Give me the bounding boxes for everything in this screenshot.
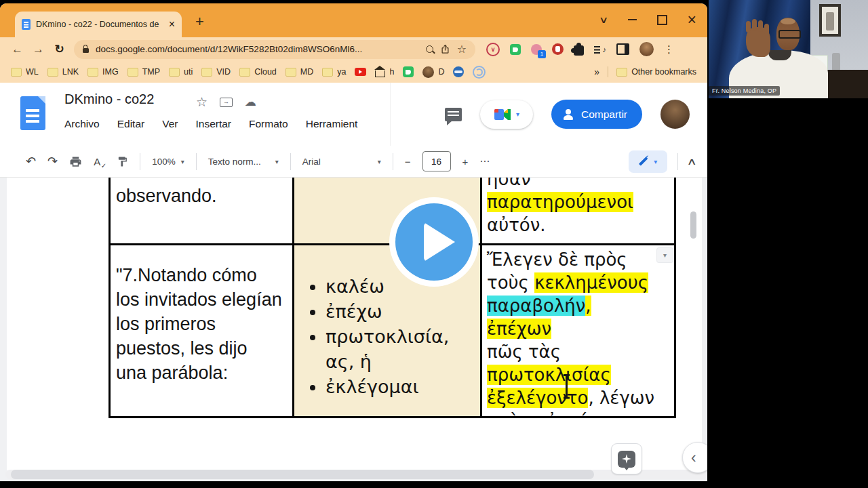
notifier-extension-icon[interactable]: 1: [531, 44, 542, 55]
document-table[interactable]: estabanobservando. ἦσανπαρατηρούμενοιαὐτ…: [108, 178, 676, 418]
spellcheck-icon[interactable]: A✓: [94, 156, 105, 167]
menu-ver[interactable]: Ver: [162, 118, 178, 130]
bookmark-item[interactable]: TMP: [127, 67, 160, 77]
paragraph-style-select[interactable]: Texto norm... ▾: [208, 157, 279, 167]
table-cell-greek[interactable]: ἦσανπαρατηρούμενοιαὐτόν.: [482, 178, 674, 243]
divider: [196, 153, 197, 170]
move-folder-icon[interactable]: →: [220, 98, 233, 107]
zoom-select[interactable]: 100% ▾: [152, 157, 184, 167]
webcam-feed: Fr. Nelson Medina, OP: [709, 0, 868, 98]
extensions-puzzle-icon[interactable]: [574, 45, 584, 56]
side-panel-icon[interactable]: [616, 43, 629, 55]
divider: [677, 153, 678, 170]
minimize-button[interactable]: [628, 19, 637, 20]
bookmark-item[interactable]: h: [375, 67, 394, 77]
bookmark-item[interactable]: [453, 66, 464, 77]
more-bookmarks-icon[interactable]: »: [594, 66, 599, 77]
redo-icon[interactable]: ↷: [47, 154, 58, 169]
docs-favicon: [22, 19, 31, 30]
folder-icon: [47, 68, 58, 77]
undo-icon[interactable]: ↶: [26, 154, 36, 169]
tab-close-icon[interactable]: ×: [169, 20, 175, 29]
other-bookmarks-button[interactable]: Other bookmarks: [616, 67, 696, 77]
bookmark-item[interactable]: MD: [285, 67, 313, 77]
comments-icon[interactable]: [445, 108, 462, 121]
presenter-hand: [746, 27, 770, 57]
toolbar-overflow-icon[interactable]: ⋯: [479, 155, 490, 167]
document-title[interactable]: DKmino - co22: [64, 92, 154, 107]
divider: [390, 83, 391, 146]
gemini-sparkle-button[interactable]: [611, 443, 642, 474]
bookmark-item[interactable]: [403, 66, 414, 77]
spiral-icon: [473, 66, 486, 79]
address-bar[interactable]: docs.google.com/document/d/12WikF5282Bt0…: [74, 40, 475, 59]
bookmark-item[interactable]: VID: [201, 67, 231, 77]
menu-insertar[interactable]: Insertar: [195, 118, 231, 130]
meet-button[interactable]: ▾: [480, 100, 533, 129]
folder-icon: [127, 68, 138, 77]
adblock-extension-icon[interactable]: [552, 43, 564, 55]
person-link-icon: [563, 109, 574, 119]
docs-logo[interactable]: [20, 96, 45, 130]
increase-font-icon[interactable]: +: [462, 156, 469, 167]
zoom-page-icon[interactable]: [426, 45, 433, 53]
menu-bar: Archivo Editar Ver Insertar Formato Herr…: [64, 118, 357, 130]
bookmark-item[interactable]: ya: [322, 67, 346, 77]
share-button[interactable]: Compartir: [551, 100, 642, 129]
table-row: "7.Notando cómolos invitados elegíanlos …: [111, 245, 674, 416]
vertical-scrollbar-thumb[interactable]: [690, 211, 696, 239]
extension-badge: 1: [538, 50, 546, 58]
maximize-button[interactable]: [657, 15, 667, 25]
bookmark-item[interactable]: [473, 66, 486, 79]
pocket-extension-icon[interactable]: [486, 43, 500, 56]
collapse-toolbar-icon[interactable]: ∧: [686, 156, 696, 167]
table-cell-greek[interactable]: Ἔλεγεν δὲ πρὸςτοὺς κεκλημένουςπαραβολήν,…: [482, 245, 674, 416]
bookmark-item[interactable]: [355, 68, 366, 76]
menu-archivo[interactable]: Archivo: [64, 118, 100, 130]
forward-icon[interactable]: →: [29, 43, 47, 56]
browser-menu-icon[interactable]: ⋮: [664, 43, 674, 56]
bookmark-item[interactable]: LNK: [47, 67, 79, 77]
bookmark-item[interactable]: WL: [11, 67, 39, 77]
bookmark-item[interactable]: uti: [169, 67, 193, 77]
reload-icon[interactable]: ↻: [50, 42, 68, 56]
menu-formato[interactable]: Formato: [249, 118, 288, 130]
account-avatar[interactable]: [660, 100, 690, 129]
menu-herramientas[interactable]: Herramient: [306, 118, 358, 130]
cell-dropdown-button[interactable]: ▾: [657, 248, 673, 262]
paint-format-icon[interactable]: [117, 156, 128, 167]
font-select[interactable]: Arial ▾: [302, 157, 381, 167]
horizontal-scrollbar[interactable]: [5, 470, 707, 479]
share-page-icon[interactable]: [440, 44, 450, 54]
video-play-button[interactable]: [389, 197, 479, 287]
video-frame: DKmino - co22 - Documentos de × + ∨ × ← …: [0, 0, 868, 488]
back-icon[interactable]: ←: [8, 43, 26, 56]
editing-mode-button[interactable]: ▾: [629, 150, 667, 173]
bookmark-item[interactable]: Cloud: [239, 67, 277, 77]
print-icon[interactable]: [69, 155, 82, 168]
menu-editar[interactable]: Editar: [117, 118, 145, 130]
media-list-icon[interactable]: ♪: [594, 45, 606, 54]
cloud-saved-icon[interactable]: ☁: [245, 95, 256, 109]
lock-icon: [83, 48, 89, 53]
bookmark-item[interactable]: D: [422, 66, 444, 78]
font-size-input[interactable]: 16: [422, 151, 451, 171]
new-tab-button[interactable]: +: [195, 13, 204, 30]
profile-avatar[interactable]: [639, 42, 654, 56]
extensions-area: 1 ♪ ⋮: [486, 42, 674, 56]
docs-header: DKmino - co22 ☆ → ☁ Archivo Editar Ver I…: [0, 83, 707, 146]
evernote-extension-icon[interactable]: [510, 44, 521, 55]
browser-tab[interactable]: DKmino - co22 - Documentos de ×: [15, 12, 182, 37]
table-cell-spanish[interactable]: "7.Notando cómolos invitados elegíanlos …: [111, 245, 294, 416]
star-document-icon[interactable]: ☆: [196, 94, 208, 110]
folder-icon: [169, 68, 180, 77]
close-button[interactable]: ×: [688, 14, 696, 26]
decrease-font-icon[interactable]: −: [405, 156, 411, 167]
bookmark-item[interactable]: IMG: [87, 67, 119, 77]
horizontal-scrollbar-thumb[interactable]: [11, 470, 594, 479]
url-text[interactable]: docs.google.com/document/d/12WikF5282Bt0…: [96, 44, 419, 54]
window-chevron-icon[interactable]: ∨: [599, 14, 608, 25]
folder-icon: [87, 68, 98, 77]
bookmark-star-icon[interactable]: ☆: [457, 45, 467, 54]
table-cell-spanish[interactable]: estabanobservando.: [111, 178, 294, 243]
